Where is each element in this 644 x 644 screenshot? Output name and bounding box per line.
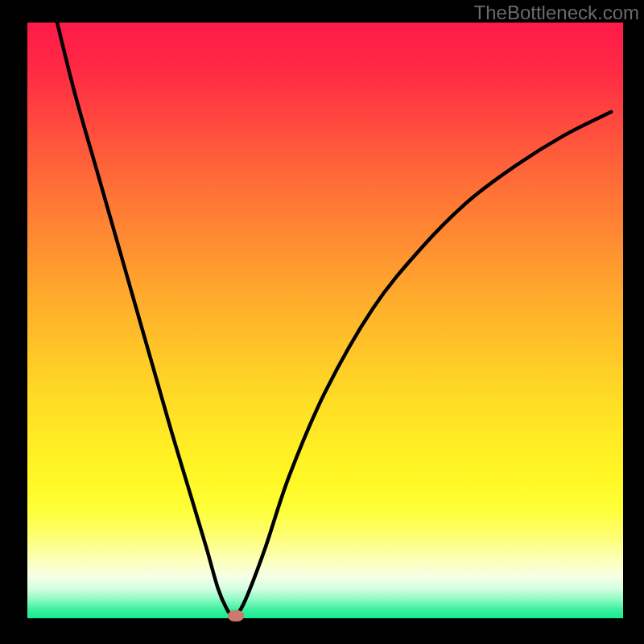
optimum-marker (228, 610, 244, 621)
bottleneck-curve (27, 23, 623, 618)
watermark-text: TheBottleneck.com (474, 2, 639, 24)
chart-plot-area (27, 23, 623, 618)
